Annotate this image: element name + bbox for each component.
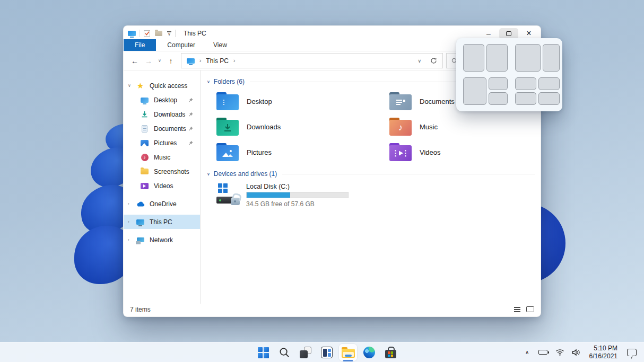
search-button[interactable] [275,344,293,361]
folder-tile-downloads[interactable]: Downloads [207,114,380,139]
file-explorer-button[interactable] [339,344,357,361]
tray-date: 6/16/2021 [589,352,617,360]
sidebar-item-screenshots[interactable]: Screenshots [124,164,200,179]
snap-zone[interactable] [463,44,484,72]
snap-zone[interactable] [515,92,536,105]
chevron-right-icon[interactable]: › [128,237,136,242]
windows-logo-icon [258,347,269,358]
snap-zone[interactable] [515,44,541,72]
snap-zone[interactable] [489,77,508,90]
snap-layout-left-plus-stack[interactable] [463,77,508,105]
sidebar-item-documents[interactable]: Documents [124,121,200,136]
sidebar-item-desktop[interactable]: Desktop [124,93,200,107]
snap-zone[interactable] [463,77,486,105]
section-header-devices[interactable]: ∨ Devices and drives (1) [207,170,535,178]
battery-icon[interactable] [535,345,552,360]
network-icon [137,237,144,242]
snap-layout-two-columns[interactable] [463,44,508,72]
windows-logo-icon [218,183,228,193]
snap-zone[interactable] [486,44,508,72]
wifi-icon[interactable] [552,345,568,360]
snap-layouts-flyout [456,38,562,111]
close-button[interactable]: × [519,28,538,39]
breadcrumb[interactable]: This PC [206,57,229,65]
refresh-icon[interactable] [430,57,437,64]
new-folder-icon[interactable] [155,31,162,36]
snap-layout-wide-left[interactable] [515,44,560,72]
sidebar-item-videos[interactable]: Videos [124,179,200,193]
quick-access-toolbar: ∨ [144,30,171,37]
address-bar[interactable]: › This PC › ∨ [181,53,443,68]
folder-tile-videos[interactable]: Videos [380,139,535,165]
drive-tile-local-disk-c[interactable]: Local Disk (C:) 34.5 GB free of 57.6 GB [216,183,535,208]
task-view-icon [300,347,311,358]
forward-button[interactable]: → [142,57,155,65]
snap-zone[interactable] [515,77,536,90]
downloads-folder-icon [216,118,239,136]
tab-view[interactable]: View [204,39,236,51]
recent-locations-button[interactable]: ∨ [155,58,164,63]
snap-zone[interactable] [538,77,560,90]
titlebar[interactable]: ∨ This PC – × [124,26,541,39]
volume-icon[interactable] [568,345,585,360]
search-icon [279,347,290,358]
documents-icon [142,125,147,133]
this-pc-icon [136,219,144,225]
tab-file[interactable]: File [124,39,156,51]
sidebar-item-downloads[interactable]: Downloads [124,107,200,121]
folder-tile-desktop[interactable]: Desktop [207,89,380,114]
chevron-right-icon[interactable]: › [128,201,136,206]
window-controls: – × [479,28,538,39]
chevron-down-icon[interactable]: ∨ [128,83,136,88]
edge-button[interactable] [360,344,378,361]
pin-icon [188,97,194,103]
address-dropdown-icon[interactable]: ∨ [417,58,421,64]
properties-icon[interactable] [144,30,150,37]
start-button[interactable] [254,344,272,361]
desktop-folder-icon [216,92,239,110]
folder-tile-pictures[interactable]: Pictures [207,139,380,165]
up-button[interactable]: ↑ [164,57,178,65]
sidebar-item-this-pc[interactable]: › This PC [124,215,200,229]
status-bar: 7 items [124,304,541,316]
bitlocker-drive-icon [216,183,243,206]
clock[interactable]: 5:10 PM 6/16/2021 [589,345,617,360]
sidebar-item-quick-access[interactable]: ∨ ★ Quick access [124,78,200,93]
sidebar-item-onedrive[interactable]: › OneDrive [124,197,200,211]
maximize-button[interactable] [499,28,518,39]
widgets-button[interactable] [318,344,336,361]
details-view-icon[interactable] [514,307,520,312]
window-title: This PC [184,30,206,37]
taskbar-center-icons [254,344,399,361]
notification-center-icon[interactable] [627,349,637,356]
tray-time: 5:10 PM [589,345,617,352]
hidden-icons-chevron[interactable]: ∧ [520,345,535,360]
chevron-right-icon[interactable]: › [128,219,136,224]
snap-zone[interactable] [543,44,560,72]
drive-usage-bar [246,192,349,198]
maximize-icon [506,31,511,36]
back-button[interactable]: ← [128,57,142,65]
sidebar-item-network[interactable]: › Network [124,233,200,247]
divider [175,30,176,37]
minimize-button[interactable]: – [479,28,498,39]
pin-icon [188,140,194,146]
task-view-button[interactable] [297,344,315,361]
chevron-down-icon: ∨ [168,33,171,36]
snap-layout-quad[interactable] [515,77,560,105]
snap-zone[interactable] [489,92,508,105]
sidebar-item-music[interactable]: ♪ Music [124,150,200,164]
tab-computer[interactable]: Computer [158,39,204,51]
breadcrumb-separator[interactable]: › [233,58,235,64]
desktop-icon [141,98,149,103]
sidebar-item-pictures[interactable]: Pictures [124,136,200,150]
music-folder-icon: ♪ [389,118,412,136]
large-icons-view-icon[interactable] [526,306,534,312]
store-button[interactable] [381,344,399,361]
chevron-down-icon: ∨ [207,172,210,176]
folder-tile-music[interactable]: ♪ Music [380,114,535,139]
customize-toolbar-icon[interactable]: ∨ [167,31,171,36]
this-pc-icon [187,58,195,64]
pictures-folder-icon [216,143,239,161]
snap-zone[interactable] [538,92,560,105]
